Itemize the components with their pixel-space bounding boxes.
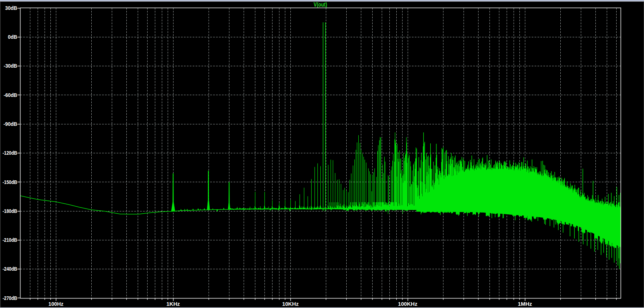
svg-text:1KHz: 1KHz <box>167 301 180 307</box>
svg-text:-30dB: -30dB <box>4 63 17 69</box>
svg-text:10KHz: 10KHz <box>282 301 299 307</box>
svg-text:-90dB: -90dB <box>4 121 18 127</box>
svg-text:-270dB: -270dB <box>3 295 17 301</box>
svg-text:V(out): V(out) <box>314 1 327 8</box>
svg-text:30dB: 30dB <box>5 5 17 11</box>
svg-text:0dB: 0dB <box>8 34 18 40</box>
svg-text:1MHz: 1MHz <box>518 301 532 307</box>
svg-text:-60dB: -60dB <box>4 92 17 98</box>
svg-text:-150dB: -150dB <box>3 179 17 185</box>
svg-text:-210dB: -210dB <box>3 237 17 243</box>
svg-text:-120dB: -120dB <box>3 150 17 156</box>
svg-text:-240dB: -240dB <box>3 266 17 272</box>
svg-text:100KHz: 100KHz <box>398 301 418 307</box>
svg-text:-180dB: -180dB <box>3 208 17 214</box>
svg-text:100Hz: 100Hz <box>49 301 64 307</box>
